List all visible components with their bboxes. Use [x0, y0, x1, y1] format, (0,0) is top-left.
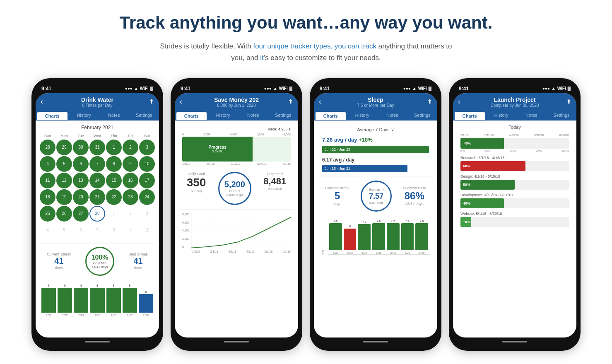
pace-bar-section: Pace: 4,905.1 02,0004,0006,0008,000 Prog…	[179, 125, 294, 168]
phones-row: 9:41 ●●●▲WiFi▓ ‹ Drink Water 8 Times per…	[8, 78, 604, 351]
phone-4-launch-project: 9:41 ●●●▲WiFi▓ ‹ Launch Project Complete…	[449, 78, 581, 351]
app-tabs-4: Charts History Notes Settings	[453, 110, 576, 121]
tab-notes-3[interactable]: Notes	[377, 110, 407, 120]
bar-chart-1: 8 2/22 8 2/23 8 2/24 8	[40, 284, 155, 317]
tab-settings-2[interactable]: Settings	[268, 110, 299, 120]
status-icons-4: ●●●▲WiFi▓	[542, 86, 571, 91]
app-title-4: Launch Project	[458, 96, 571, 103]
tab-charts-4[interactable]: Charts	[455, 112, 485, 120]
tab-charts-2[interactable]: Charts	[176, 112, 207, 120]
status-icons-1: ●●●▲WiFi▓	[125, 86, 153, 91]
tab-history-2[interactable]: History	[208, 110, 239, 120]
home-bar-1	[85, 341, 110, 342]
project-bars: 3/1/183/31/184/30/185/30/186/30/18 40% 0…	[457, 132, 572, 232]
status-icons-2: ●●●▲WiFi▓	[264, 86, 292, 91]
tab-charts-3[interactable]: Charts	[316, 112, 346, 120]
tab-settings-1[interactable]: Settings	[129, 110, 159, 120]
tab-notes-2[interactable]: Notes	[238, 110, 268, 120]
home-bar-2	[224, 341, 249, 342]
app-subtitle-4: Complete by Jun 30, 2020	[458, 103, 571, 108]
app-title-2: Save Money 202	[180, 96, 293, 103]
share-button-4[interactable]: ⬆	[566, 98, 571, 105]
metrics-row: Daily Goal 350 per day 5,200 Current 2,8…	[179, 168, 294, 210]
progress-bar-container: Progress 5.2k/8k	[182, 137, 291, 162]
pace-axis: 02,0004,0006,0008,000	[182, 133, 291, 136]
calendar-header: Sun Mon Tue Wed Thu Fri Sat	[40, 134, 155, 138]
line-chart-2: 8,000 6,000 4,000 2,000 0	[179, 210, 294, 256]
progress-bar-fill: Progress 5.2k/8k	[182, 137, 253, 162]
app-tabs-1: Charts History Notes Settings	[36, 110, 159, 121]
proj-date-axis: 3/1/183/31/184/30/185/30/186/30/18	[460, 134, 569, 137]
calendar-title: February 2021	[40, 125, 155, 130]
phone-1-drink-water: 9:41 ●●●▲WiFi▓ ‹ Drink Water 8 Times per…	[31, 78, 163, 351]
time-4: 9:41	[459, 86, 469, 92]
page-subtitle: Strides is totally flexible. With four u…	[157, 41, 455, 63]
tab-settings-4[interactable]: Settings	[547, 110, 577, 120]
app-subtitle-3: 7.5 or More per Day	[319, 103, 432, 108]
app-tabs-2: Charts History Notes Settings	[175, 110, 298, 121]
sleep-stats: Current Streak 5 days Average 7.57 0.07 …	[318, 176, 433, 216]
app-title-3: Sleep	[319, 96, 432, 103]
proj-row-development: Development: 4/15/18 - 5/31/18 40%	[460, 193, 569, 208]
phone-3-sleep: 9:41 ●●●▲WiFi▓ ‹ Sleep 7.5 or More per D…	[310, 78, 441, 351]
share-button-1[interactable]: ⬆	[149, 98, 154, 105]
app-subtitle-1: 8 Times per Day	[41, 103, 154, 108]
pace-label: Pace: 4,905.1	[182, 127, 291, 131]
back-button-3[interactable]: ‹	[319, 97, 321, 106]
back-button-1[interactable]: ‹	[41, 97, 43, 106]
proj-row-research: Research: 3/1/18 - 4/15/18 60%	[460, 156, 569, 171]
time-1: 9:41	[41, 86, 51, 92]
current-circle: 5,200 Current 2,800 to go	[218, 172, 251, 205]
pace-date-row: 1/1/182/7/183/12/184/24/186/1/18	[182, 162, 291, 165]
back-button-4[interactable]: ‹	[458, 97, 460, 106]
today-label: Today	[457, 125, 572, 130]
time-2: 9:41	[181, 86, 190, 92]
tab-history-4[interactable]: History	[487, 110, 517, 120]
share-button-2[interactable]: ⬆	[288, 98, 293, 105]
page-title: Track anything you want…any way you want…	[120, 12, 493, 33]
share-button-3[interactable]: ⬆	[427, 98, 432, 105]
tab-notes-1[interactable]: Notes	[99, 110, 129, 120]
goal-circle: 100% Goal Met 41/41 days	[85, 247, 114, 276]
phone-2-save-money: 9:41 ●●●▲WiFi▓ ‹ Save Money 202 8,000 by…	[171, 78, 302, 351]
time-3: 9:41	[320, 86, 330, 92]
sleep-bar-chart: 7.5 7.5 6/22 6	[318, 216, 433, 257]
status-icons-3: ●●●▲WiFi▓	[403, 86, 431, 91]
line-chart-svg	[191, 212, 291, 249]
back-button-2[interactable]: ‹	[180, 97, 182, 106]
home-bar-4	[502, 341, 527, 342]
sleep-circle: Average 7.57 0.07 over	[361, 181, 392, 212]
home-bar-3	[363, 341, 388, 342]
tab-history-3[interactable]: History	[347, 110, 378, 120]
stats-row-1: Current Streak 41 days 100% Goal Met 41/…	[40, 243, 155, 279]
app-subtitle-2: 8,000 by Jun 1, 2020	[180, 103, 293, 108]
proj-row-website: Website: 5/1/18 - 6/30/18 10%	[460, 212, 569, 227]
tab-settings-3[interactable]: Settings	[407, 110, 438, 120]
calendar-grid: 28 29 30 31 1 2 3 4 5 6 7 8 9 10 11	[40, 140, 155, 238]
tab-charts-1[interactable]: Charts	[37, 112, 67, 120]
avg-bar-2: Jun 15 - Jun 21	[322, 165, 407, 172]
app-title-1: Drink Water	[41, 96, 154, 103]
tab-notes-4[interactable]: Notes	[516, 110, 547, 120]
proj-row-design: Design: 4/1/18 - 5/15/18 50%	[460, 174, 569, 190]
tab-history-1[interactable]: History	[69, 110, 99, 120]
app-tabs-3: Charts History Notes Settings	[314, 110, 437, 121]
avg-section: Average 7 Days ∨ 7.28 avg / day +18% Jun…	[318, 125, 433, 176]
avg-bar-1: Jun 22 - Jun 28	[322, 146, 429, 153]
